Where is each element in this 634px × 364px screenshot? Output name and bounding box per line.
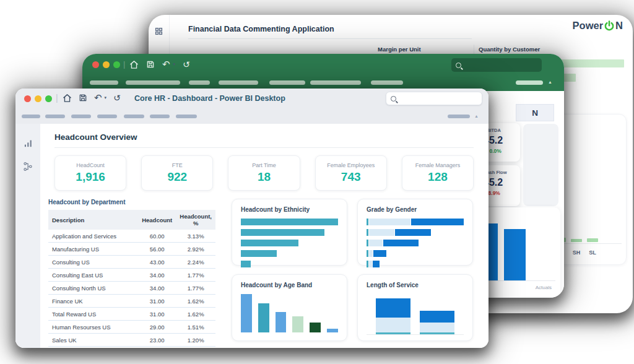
bar — [241, 219, 338, 225]
table-cell: Consulting East US — [48, 269, 138, 282]
table-cell: 56.00 — [138, 243, 176, 256]
menu-item[interactable] — [189, 80, 210, 85]
bar-segment — [420, 332, 454, 334]
refresh-icon[interactable]: ↺ — [113, 92, 121, 103]
kpi-value: 18 — [258, 170, 271, 184]
placeholder-panel — [523, 124, 558, 206]
menu-item[interactable] — [126, 80, 180, 85]
bar — [504, 229, 526, 280]
tab-n[interactable]: N — [516, 104, 554, 121]
panel-title-margin: Margin per Unit — [378, 46, 421, 53]
axis-label: SL — [587, 249, 598, 256]
axis-label: SH — [571, 249, 582, 256]
undo-dropdown-caret[interactable]: ▾ — [105, 95, 107, 100]
table-cell: 21.00 — [138, 347, 176, 349]
bar — [376, 294, 410, 334]
menu-item[interactable] — [45, 115, 65, 118]
zoom-button[interactable] — [113, 61, 120, 68]
grade-by-gender-chart — [367, 219, 464, 267]
table-row[interactable]: Manufacturing US56.002.92% — [48, 243, 215, 256]
length-of-service-chart-card[interactable]: Length of Service — [357, 274, 473, 341]
menu-item[interactable] — [97, 115, 117, 118]
report-canvas: Headcount Overview HeadCount 1,916 FTE 9… — [40, 124, 489, 348]
refresh-icon[interactable]: ↺ — [183, 59, 190, 70]
table-cell: Consulting North US — [48, 282, 138, 295]
menu-item[interactable] — [219, 80, 258, 85]
table-cell: 1.77% — [176, 269, 215, 282]
save-icon[interactable] — [146, 60, 155, 69]
kpi-label: Female Managers — [415, 162, 461, 168]
bar-segment — [369, 261, 372, 267]
table-row[interactable]: Consulting North US34.001.77% — [48, 282, 215, 295]
menu-item[interactable] — [71, 115, 91, 118]
table-row[interactable]: Consulting East US34.001.77% — [48, 269, 215, 282]
zoom-button[interactable] — [45, 95, 52, 102]
search-input[interactable] — [386, 92, 482, 105]
table-cell: 3.13% — [176, 230, 215, 243]
column-header-headcount[interactable]: Headcount — [138, 210, 176, 230]
home-icon[interactable] — [129, 60, 139, 69]
menu-item[interactable] — [371, 80, 403, 85]
collapse-ribbon-caret[interactable]: ▲ — [474, 114, 479, 118]
menu-item[interactable] — [269, 80, 305, 85]
minimize-button[interactable] — [35, 95, 41, 102]
panel-title-quantity: Quantity by Customer — [479, 46, 540, 53]
menu-item[interactable] — [176, 115, 197, 118]
save-icon[interactable] — [79, 93, 87, 102]
ethnicity-chart — [241, 219, 338, 267]
table-row[interactable]: Human Resourses US29.001.51% — [48, 321, 215, 334]
kpi-card-headcount[interactable]: HeadCount 1,916 — [54, 155, 126, 191]
menu-item[interactable] — [124, 115, 144, 118]
bar — [367, 261, 464, 267]
undo-dropdown-caret[interactable]: ▾ — [173, 62, 176, 67]
age-band-chart-card[interactable]: Headcount by Age Band — [232, 274, 347, 341]
bar-segment — [367, 240, 368, 246]
table-cell: Application and Services — [48, 230, 138, 243]
menu-item[interactable] — [22, 115, 40, 118]
column-header-headcount-pct[interactable]: Headcount, % — [176, 210, 215, 230]
table-cell: 1.10% — [176, 347, 215, 349]
kpi-card-part-time[interactable]: Part Time 18 — [228, 155, 300, 191]
close-button[interactable] — [24, 95, 31, 102]
home-icon[interactable] — [63, 93, 72, 103]
kpi-card-fte[interactable]: FTE 922 — [141, 155, 213, 191]
minimize-button[interactable] — [103, 61, 110, 68]
power-icon — [604, 20, 615, 32]
search-input[interactable] — [451, 58, 542, 72]
department-table: Description Headcount Headcount, % Appli… — [48, 210, 215, 348]
kpi-card-female-employees[interactable]: Female Employees 743 — [315, 155, 387, 191]
table-row[interactable]: Finance UK31.001.62% — [48, 295, 215, 308]
mini-totals-chart — [555, 238, 619, 242]
undo-icon[interactable]: ↶ — [162, 59, 170, 70]
report-view-icon[interactable] — [24, 139, 33, 148]
bar — [327, 329, 338, 332]
table-row[interactable]: Total Reward US31.001.62% — [48, 308, 215, 321]
table-row[interactable]: Sales UK23.001.20% — [48, 334, 215, 347]
green-titlebar: | ↶ ▾ ↺ — [82, 54, 564, 91]
table-row[interactable]: Consulting US43.002.24% — [48, 256, 215, 269]
bar — [571, 239, 582, 242]
ethnicity-chart-card[interactable]: Headcount by Ethnicity — [232, 199, 347, 266]
kpi-card-female-managers[interactable]: Female Managers 128 — [402, 155, 474, 191]
bar-segment — [373, 250, 386, 257]
model-view-icon[interactable] — [23, 162, 33, 171]
page-title: Headcount Overview — [54, 132, 474, 148]
column-header-description[interactable]: Description — [48, 210, 138, 230]
menu-item[interactable] — [448, 115, 470, 118]
kpi-label: Part Time — [252, 162, 276, 168]
table-cell: 31.00 — [138, 308, 176, 321]
menu-item[interactable] — [516, 80, 543, 85]
menu-item[interactable] — [90, 80, 118, 85]
apps-grid-icon[interactable] — [155, 27, 163, 35]
menu-item[interactable] — [310, 80, 361, 85]
table-cell: Human Resourses US — [48, 321, 138, 334]
window-powerbi-core-hr: | ↶ ▾ ↺ Core HR - Dashboard - Power BI D… — [15, 89, 489, 348]
table-row[interactable]: Application and Services60.003.13% — [48, 230, 215, 243]
close-button[interactable] — [92, 61, 99, 68]
back-window-title: Financial Data Commenting Application — [188, 25, 334, 33]
menu-item[interactable] — [150, 115, 170, 118]
grade-by-gender-chart-card[interactable]: Grade by Gender — [357, 199, 473, 266]
undo-icon[interactable]: ↶ — [94, 92, 102, 103]
table-row[interactable]: Talent Managment21.001.10% — [48, 347, 215, 349]
collapse-ribbon-caret[interactable]: ▲ — [548, 80, 552, 84]
